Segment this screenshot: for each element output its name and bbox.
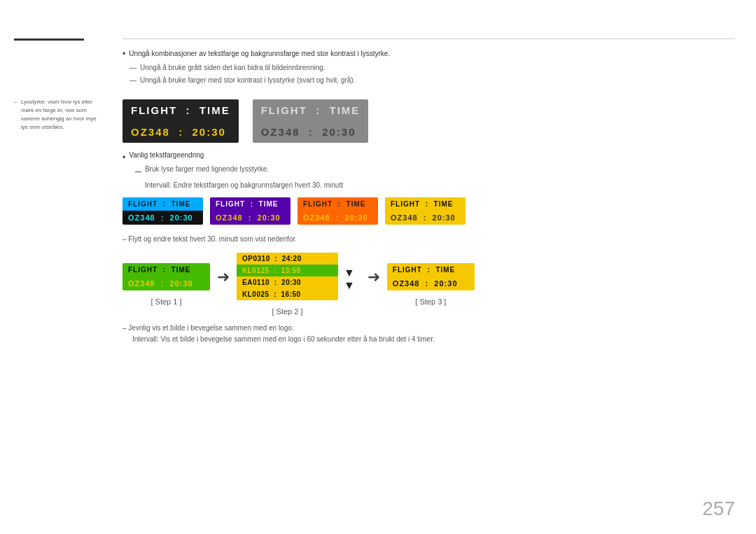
step1-header: FLIGHT : TIME xyxy=(122,263,210,276)
dash-text-1: Unngå å bruke grått siden det kan bidra … xyxy=(140,62,326,74)
flight-box-gray-body: OZ348 : 20:30 xyxy=(253,121,369,143)
jevnlig-text-1: – Jevnlig vis et bilde i bevegelse samme… xyxy=(122,324,294,332)
jevnlig-note-2: Intervall: Vis et bilde i bevegelse samm… xyxy=(132,332,735,344)
dash-text-2: Unngå å bruke farger med stor kontrast i… xyxy=(140,74,355,87)
step-1-item: FLIGHT : TIME OZ348 : 20:30 [ Step 1 ] xyxy=(122,263,210,306)
flight-box-purple: FLIGHT : TIME OZ348 : 20:30 xyxy=(210,197,290,225)
flight-box-black: FLIGHT : TIME OZ348 : 20:30 xyxy=(122,99,239,143)
step1-label: [ Step 1 ] xyxy=(150,297,181,306)
main-content: • Unngå kombinasjoner av tekstfarge og b… xyxy=(108,0,756,534)
notes-section: • Vanlig tekstfargeendring – Bruk lyse f… xyxy=(122,151,735,190)
dash-item-2: — Unngå å bruke farger med stor kontrast… xyxy=(130,74,735,87)
flight-box-yellow: FLIGHT : TIME OZ348 : 20:30 xyxy=(385,197,465,225)
step3-label: [ Step 3 ] xyxy=(415,297,446,306)
scroll-note: – Flytt og endre tekst hvert 30. minutt … xyxy=(122,232,735,244)
note-sub: Intervall: Endre tekstfargen og bakgrunn… xyxy=(145,178,735,190)
step3-box: FLIGHT : TIME OZ348 : 20:30 xyxy=(387,263,475,290)
step2-row-4: KL0025 : 16:50 xyxy=(237,288,338,300)
bullet-list: • Unngå kombinasjoner av tekstfarge og b… xyxy=(122,48,735,87)
step3-header: FLIGHT : TIME xyxy=(387,263,475,276)
note-dash-text-2: Intervall: Endre tekstfargen og bakgrunn… xyxy=(145,181,343,189)
dash-item-1: — Unngå å bruke grått siden det kan bidr… xyxy=(130,62,735,74)
step2-row-1: OP0310 : 24:20 xyxy=(237,253,338,265)
note-bullet: • Vanlig tekstfargeendring xyxy=(122,151,735,164)
step2-label: [ Step 2 ] xyxy=(272,307,302,316)
step2-box: OP0310 : 24:20 KL0125 : 13:50 EA0110 : 2… xyxy=(237,253,338,300)
arrow-2: ➜ xyxy=(360,268,387,286)
step-row: FLIGHT : TIME OZ348 : 20:30 [ Step 1 ] ➜… xyxy=(122,253,735,316)
flight-box-purple-body: OZ348 : 20:30 xyxy=(210,211,290,225)
bullet-item-1: • Unngå kombinasjoner av tekstfarge og b… xyxy=(122,48,735,60)
down-arrow-2: ▼ xyxy=(344,280,355,291)
flight-box-cyan: FLIGHT : TIME OZ348 : 20:30 xyxy=(122,197,203,225)
note-dash-text-1: Bruk lyse farger med lignende lysstyrke. xyxy=(145,165,269,173)
note-dash-1: – Bruk lyse farger med lignende lysstyrk… xyxy=(135,165,735,178)
note-title: Vanlig tekstfargeendring xyxy=(129,151,204,159)
flight-box-purple-header: FLIGHT : TIME xyxy=(210,197,290,211)
step2-row-3: EA0110 : 20:30 xyxy=(237,276,338,288)
flight-box-black-header: FLIGHT : TIME xyxy=(122,99,239,121)
step2-row-2: KL0125 : 13:50 xyxy=(237,265,338,276)
flight-box-orange-header: FLIGHT : TIME xyxy=(298,197,378,211)
flight-box-yellow-header: FLIGHT : TIME xyxy=(385,197,465,211)
arrow-1: ➜ xyxy=(210,268,237,286)
step1-box: FLIGHT : TIME OZ348 : 20:30 xyxy=(122,263,210,290)
jevnlig-text-2: Intervall: Vis et bilde i bevegelse samm… xyxy=(132,335,435,343)
down-arrow-1: ▼ xyxy=(344,267,355,279)
bullet-text-1: Unngå kombinasjoner av tekstfarge og bak… xyxy=(129,48,390,60)
small-boxes-row: FLIGHT : TIME OZ348 : 20:30 FLIGHT : TIM… xyxy=(122,197,735,225)
flight-box-black-body: OZ348 : 20:30 xyxy=(122,121,239,143)
step3-body: OZ348 : 20:30 xyxy=(387,276,475,290)
flight-box-cyan-header: FLIGHT : TIME xyxy=(122,197,203,211)
sidebar-line xyxy=(14,38,84,41)
flight-box-gray: FLIGHT : TIME OZ348 : 20:30 xyxy=(253,99,369,143)
flight-box-yellow-body: OZ348 : 20:30 xyxy=(385,211,465,225)
sidebar-note: Lysstyrke: viser hvor lys eller mørk en … xyxy=(14,98,98,132)
jevnlig-note-1: – Jevnlig vis et bilde i bevegelse samme… xyxy=(122,324,735,332)
flight-box-gray-header: FLIGHT : TIME xyxy=(253,99,369,121)
double-arrow: ▼ ▼ xyxy=(338,267,360,291)
step1-body: OZ348 : 20:30 xyxy=(122,276,210,290)
scroll-note-text: – Flytt og endre tekst hvert 30. minutt … xyxy=(122,235,297,243)
top-line xyxy=(122,38,735,39)
sidebar: Lysstyrke: viser hvor lys eller mørk en … xyxy=(0,0,108,534)
page-number: 257 xyxy=(702,498,735,520)
step-2-item: OP0310 : 24:20 KL0125 : 13:50 EA0110 : 2… xyxy=(237,253,338,316)
jevnlig-section: – Jevnlig vis et bilde i bevegelse samme… xyxy=(122,324,735,344)
flight-box-cyan-body: OZ348 : 20:30 xyxy=(122,211,203,225)
step-3-item: FLIGHT : TIME OZ348 : 20:30 [ Step 3 ] xyxy=(387,263,475,306)
main-flight-displays: FLIGHT : TIME OZ348 : 20:30 FLIGHT : TIM… xyxy=(122,99,735,143)
flight-box-orange: FLIGHT : TIME OZ348 : 20:30 xyxy=(298,197,378,225)
flight-box-orange-body: OZ348 : 20:30 xyxy=(298,211,378,225)
